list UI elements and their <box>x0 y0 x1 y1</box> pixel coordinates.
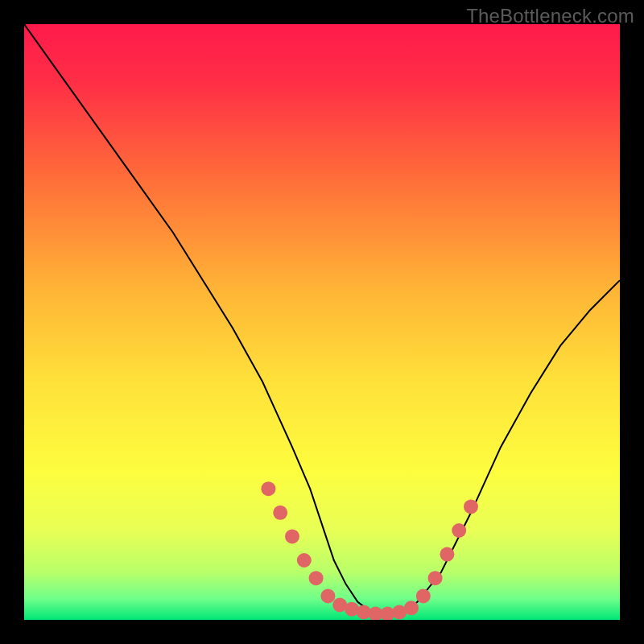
chart-frame: TheBottleneck.com <box>0 0 644 644</box>
highlight-dot <box>297 553 312 568</box>
highlight-dot <box>464 499 478 514</box>
highlight-dot <box>309 571 324 585</box>
plot-area <box>24 24 620 620</box>
highlight-dot <box>428 571 443 585</box>
highlight-dot <box>404 601 419 615</box>
highlight-dot <box>440 547 454 562</box>
highlight-dot <box>285 529 299 543</box>
chart-svg <box>24 24 620 620</box>
highlight-dot <box>320 588 335 603</box>
gradient-background <box>24 24 620 620</box>
highlight-dot <box>416 588 431 603</box>
highlight-dot <box>261 481 275 496</box>
highlight-dot <box>273 506 287 520</box>
highlight-dot <box>452 523 466 538</box>
